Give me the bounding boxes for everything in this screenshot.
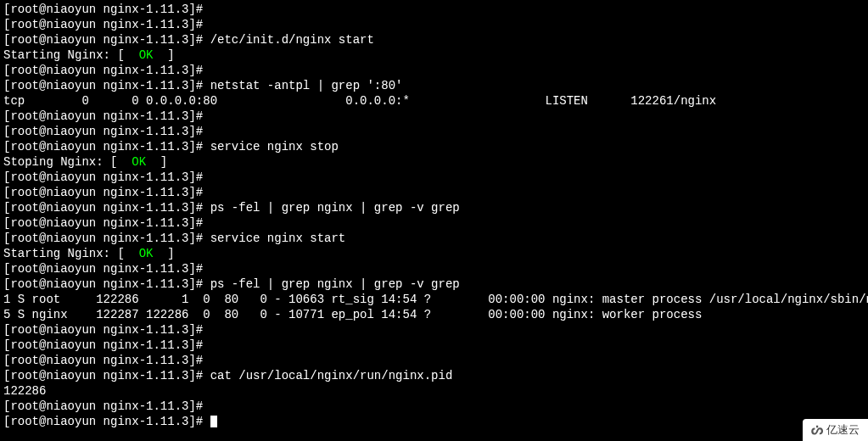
- prompt-line: [root@niaoyun nginx-1.11.3]#: [3, 2, 865, 17]
- prompt-line: [root@niaoyun nginx-1.11.3]#: [3, 124, 865, 139]
- prompt-line: [root@niaoyun nginx-1.11.3]#: [3, 338, 865, 353]
- command-line: [root@niaoyun nginx-1.11.3]# ps -fel | g…: [3, 200, 865, 215]
- prompt-line: [root@niaoyun nginx-1.11.3]#: [3, 17, 865, 32]
- status-text: Stoping Nginx: [: [3, 155, 132, 169]
- output-line: 122286: [3, 383, 865, 399]
- output-line: 5 S nginx 122287 122286 0 80 0 - 10771 e…: [3, 307, 865, 322]
- prompt-line: [root@niaoyun nginx-1.11.3]#: [3, 322, 865, 338]
- prompt-line: [root@niaoyun nginx-1.11.3]#: [3, 399, 865, 414]
- output-line: Starting Nginx: [ OK ]: [3, 47, 865, 63]
- command-line: [root@niaoyun nginx-1.11.3]# service ngi…: [3, 231, 865, 246]
- status-text: ]: [153, 48, 174, 62]
- terminal-output[interactable]: [root@niaoyun nginx-1.11.3]# [root@niaoy…: [3, 2, 865, 429]
- status-text: Starting Nginx: [: [3, 247, 139, 260]
- prompt-line: [root@niaoyun nginx-1.11.3]#: [3, 63, 865, 78]
- output-line: Starting Nginx: [ OK ]: [3, 246, 865, 261]
- status-text: Starting Nginx: [: [3, 48, 139, 62]
- output-line: 1 S root 122286 1 0 80 0 - 10663 rt_sig …: [3, 292, 865, 307]
- status-ok: OK: [132, 155, 146, 169]
- status-text: ]: [146, 155, 167, 169]
- output-line: tcp 0 0 0.0.0.0:80 0.0.0.0:* LISTEN 1222…: [3, 93, 865, 109]
- command-line: [root@niaoyun nginx-1.11.3]# ps -fel | g…: [3, 276, 865, 292]
- prompt-line: [root@niaoyun nginx-1.11.3]#: [3, 170, 865, 185]
- output-line: Stoping Nginx: [ OK ]: [3, 154, 865, 170]
- watermark-text: 亿速云: [826, 422, 860, 438]
- watermark-badge: ᔖ 亿速云: [803, 419, 868, 441]
- cursor-icon: [210, 416, 217, 427]
- command-line: [root@niaoyun nginx-1.11.3]# service ngi…: [3, 139, 865, 154]
- status-ok: OK: [139, 48, 154, 62]
- prompt-text: [root@niaoyun nginx-1.11.3]#: [3, 415, 210, 428]
- prompt-line: [root@niaoyun nginx-1.11.3]#: [3, 353, 865, 368]
- status-text: ]: [153, 247, 174, 260]
- watermark-icon: ᔖ: [811, 422, 823, 438]
- prompt-line: [root@niaoyun nginx-1.11.3]#: [3, 261, 865, 276]
- command-line: [root@niaoyun nginx-1.11.3]# /etc/init.d…: [3, 32, 865, 47]
- prompt-line-active: [root@niaoyun nginx-1.11.3]#: [3, 414, 865, 429]
- status-ok: OK: [139, 247, 154, 260]
- command-line: [root@niaoyun nginx-1.11.3]# netstat -an…: [3, 78, 865, 93]
- command-line: [root@niaoyun nginx-1.11.3]# cat /usr/lo…: [3, 368, 865, 383]
- prompt-line: [root@niaoyun nginx-1.11.3]#: [3, 109, 865, 124]
- prompt-line: [root@niaoyun nginx-1.11.3]#: [3, 215, 865, 231]
- prompt-line: [root@niaoyun nginx-1.11.3]#: [3, 185, 865, 200]
